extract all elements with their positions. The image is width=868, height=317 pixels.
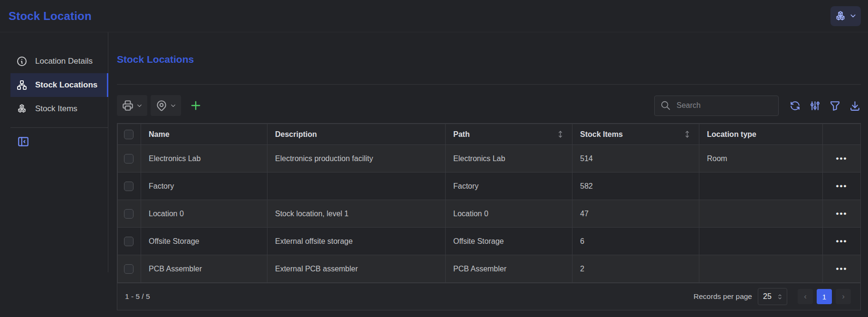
sidebar-item-label: Stock Items bbox=[35, 104, 77, 114]
table-header-row: Name Description Path Stock Items Locati… bbox=[118, 124, 861, 145]
records-per-page-value: 25 bbox=[763, 292, 772, 301]
printer-icon bbox=[122, 99, 134, 112]
sort-icon[interactable] bbox=[683, 130, 691, 138]
table-row[interactable]: Offsite Storage External offsite storage… bbox=[118, 228, 861, 255]
location-actions-button[interactable] bbox=[151, 95, 181, 116]
table-row[interactable]: PCB Assembler External PCB assembler PCB… bbox=[118, 255, 861, 283]
column-header-actions bbox=[823, 124, 861, 145]
sidebar-item-label: Location Details bbox=[35, 57, 93, 66]
sidebar-item-stock-items[interactable]: Stock Items bbox=[10, 97, 108, 121]
panel-heading: Stock Locations bbox=[117, 52, 861, 67]
cell-location-type bbox=[699, 255, 823, 283]
cell-stock-items: 47 bbox=[572, 200, 699, 228]
search-input[interactable] bbox=[676, 101, 773, 110]
main-panel: Stock Locations bbox=[108, 32, 868, 317]
top-bar: Stock Location bbox=[0, 0, 868, 32]
cell-location-type bbox=[699, 228, 823, 255]
content-shell: Location Details Stock Locations Stock I… bbox=[0, 32, 868, 317]
add-location-button[interactable] bbox=[189, 99, 202, 112]
sidebar-collapse-icon bbox=[17, 135, 29, 148]
sidebar-item-stock-locations[interactable]: Stock Locations bbox=[10, 73, 108, 97]
cell-description: Electronics production facility bbox=[267, 145, 446, 173]
cell-description bbox=[267, 173, 446, 200]
sidebar: Location Details Stock Locations Stock I… bbox=[0, 32, 108, 272]
column-header-description[interactable]: Description bbox=[267, 124, 446, 145]
adjustments-icon bbox=[809, 100, 821, 112]
sidebar-item-location-details[interactable]: Location Details bbox=[10, 49, 108, 73]
record-range: 1 - 5 / 5 bbox=[125, 292, 150, 301]
table-row[interactable]: Factory Factory 582 ••• bbox=[118, 173, 861, 200]
row-menu-button[interactable]: ••• bbox=[823, 228, 861, 255]
column-header-stock-items[interactable]: Stock Items bbox=[572, 124, 699, 145]
chevron-down-icon bbox=[849, 12, 857, 20]
plus-icon bbox=[189, 99, 202, 112]
column-settings-button[interactable] bbox=[809, 100, 821, 112]
cell-description: Stock location, level 1 bbox=[267, 200, 446, 228]
search-icon bbox=[660, 100, 671, 111]
refresh-button[interactable] bbox=[789, 100, 801, 112]
cell-stock-items: 2 bbox=[572, 255, 699, 283]
cell-description: External PCB assembler bbox=[267, 255, 446, 283]
column-header-location-type[interactable]: Location type bbox=[699, 124, 823, 145]
row-checkbox[interactable] bbox=[124, 264, 134, 274]
cell-name: Electronics Lab bbox=[141, 145, 267, 173]
row-checkbox[interactable] bbox=[124, 209, 134, 219]
filter-icon bbox=[829, 100, 841, 112]
cell-name: Location 0 bbox=[141, 200, 267, 228]
sitemap-icon bbox=[16, 79, 28, 91]
chevron-down-icon bbox=[136, 102, 143, 109]
cell-location-type bbox=[699, 173, 823, 200]
cell-path: Electronics Lab bbox=[446, 145, 572, 173]
sidebar-collapse-button[interactable] bbox=[17, 135, 29, 148]
cell-path: Offsite Storage bbox=[446, 228, 572, 255]
row-menu-button[interactable]: ••• bbox=[823, 145, 861, 173]
page-1-button[interactable]: 1 bbox=[817, 289, 832, 304]
cell-path: PCB Assembler bbox=[446, 255, 572, 283]
column-header-name[interactable]: Name bbox=[141, 124, 267, 145]
cell-path: Factory bbox=[446, 173, 572, 200]
next-page-button[interactable]: › bbox=[836, 289, 851, 304]
column-header-path[interactable]: Path bbox=[446, 124, 572, 145]
cell-name: Offsite Storage bbox=[141, 228, 267, 255]
print-actions-button[interactable] bbox=[117, 95, 147, 116]
cell-stock-items: 582 bbox=[572, 173, 699, 200]
filter-button[interactable] bbox=[829, 100, 841, 112]
cell-stock-items: 514 bbox=[572, 145, 699, 173]
row-checkbox[interactable] bbox=[124, 182, 134, 191]
table-row[interactable]: Electronics Lab Electronics production f… bbox=[118, 145, 861, 173]
refresh-icon bbox=[789, 100, 801, 112]
sort-icon[interactable] bbox=[556, 130, 564, 138]
download-icon bbox=[849, 100, 861, 112]
selector-icon bbox=[776, 293, 783, 300]
row-checkbox[interactable] bbox=[124, 154, 134, 163]
sidebar-item-label: Stock Locations bbox=[35, 80, 97, 90]
row-checkbox[interactable] bbox=[124, 237, 134, 246]
packages-icon bbox=[16, 103, 28, 115]
row-menu-button[interactable]: ••• bbox=[823, 255, 861, 283]
select-all-checkbox[interactable] bbox=[124, 130, 134, 139]
table-footer: 1 - 5 / 5 Records per page 25 ‹ 1 › bbox=[117, 283, 860, 310]
cell-path: Location 0 bbox=[446, 200, 572, 228]
cell-description: External offsite storage bbox=[267, 228, 446, 255]
toolbar-right bbox=[654, 96, 861, 116]
info-circle-icon bbox=[16, 56, 28, 67]
cell-location-type bbox=[699, 200, 823, 228]
row-menu-button[interactable]: ••• bbox=[823, 173, 861, 200]
cell-stock-items: 6 bbox=[572, 228, 699, 255]
previous-page-button[interactable]: ‹ bbox=[798, 289, 813, 304]
table-toolbar bbox=[117, 95, 861, 116]
cell-name: PCB Assembler bbox=[141, 255, 267, 283]
cell-name: Factory bbox=[141, 173, 267, 200]
stock-actions-button[interactable] bbox=[830, 6, 861, 26]
panel-divider bbox=[117, 84, 861, 85]
records-per-page-select[interactable]: 25 bbox=[758, 288, 787, 305]
stock-locations-table: Name Description Path Stock Items Locati… bbox=[117, 123, 861, 310]
search-box bbox=[654, 96, 779, 116]
page-title: Stock Location bbox=[9, 10, 92, 23]
map-pin-icon bbox=[155, 99, 168, 112]
table-row[interactable]: Location 0 Stock location, level 1 Locat… bbox=[118, 200, 861, 228]
download-button[interactable] bbox=[849, 100, 861, 112]
pagination-controls: Records per page 25 ‹ 1 › bbox=[694, 288, 851, 305]
row-menu-button[interactable]: ••• bbox=[823, 200, 861, 228]
sidebar-divider bbox=[10, 127, 108, 128]
